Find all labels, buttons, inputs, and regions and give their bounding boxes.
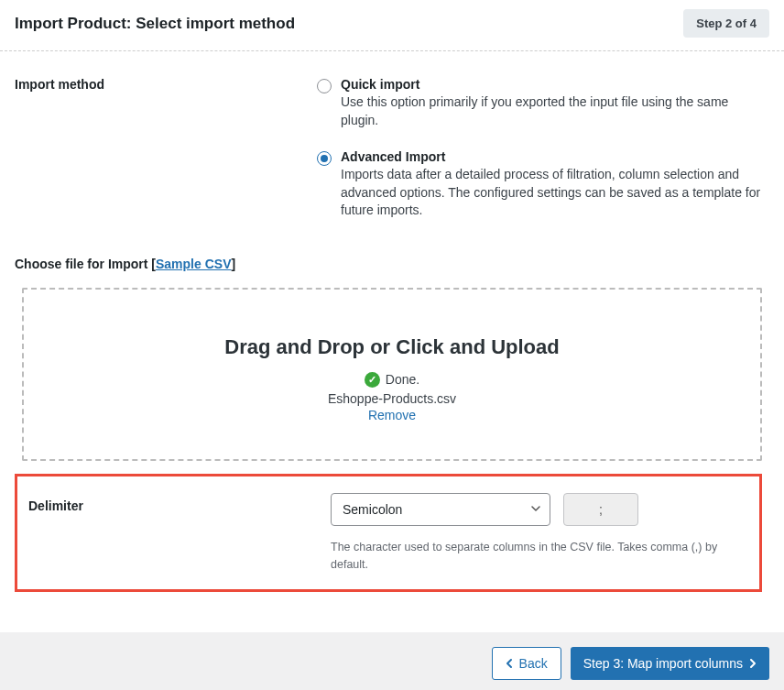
back-button-label: Back [519,656,548,671]
radio-icon [317,151,332,166]
back-button[interactable]: Back [492,647,561,680]
delimiter-help-text: The character used to separate columns i… [331,539,745,574]
sample-csv-link[interactable]: Sample CSV [156,257,231,271]
import-method-label: Import method [15,77,317,92]
delimiter-select-value: Semicolon [343,502,402,517]
delimiter-highlight-box: Delimiter Semicolon ; The ch [15,474,762,593]
next-step-button[interactable]: Step 3: Map import columns [571,647,769,680]
uploaded-filename: Eshoppe-Products.csv [42,391,742,406]
wizard-header: Import Product: Select import method Ste… [0,0,784,51]
upload-status: ✓ Done. [42,372,742,388]
radio-description: Use this option primarily if you exporte… [341,93,769,129]
next-button-label: Step 3: Map import columns [583,656,743,671]
delimiter-select[interactable]: Semicolon [331,493,550,526]
radio-title: Advanced Import [341,149,769,164]
radio-title: Quick import [341,77,769,92]
page-title: Import Product: Select import method [15,15,295,33]
radio-icon [317,79,332,93]
delimiter-char-display: ; [563,493,638,526]
check-circle-icon: ✓ [365,372,380,388]
chevron-left-icon [506,658,514,669]
remove-file-link[interactable]: Remove [42,408,742,422]
radio-advanced-import[interactable]: Advanced Import Imports data after a det… [317,149,769,220]
radio-description: Imports data after a detailed process of… [341,166,769,220]
step-indicator: Step 2 of 4 [683,9,769,38]
chevron-right-icon [748,658,757,669]
radio-quick-import[interactable]: Quick import Use this option primarily i… [317,77,769,129]
file-dropzone[interactable]: Drag and Drop or Click and Upload ✓ Done… [22,288,762,461]
choose-file-label: Choose file for Import [Sample CSV] [15,257,769,271]
wizard-footer: Back Step 3: Map import columns [0,632,784,690]
dropzone-title: Drag and Drop or Click and Upload [42,335,742,359]
delimiter-label: Delimiter [28,493,331,513]
done-text: Done. [386,372,419,387]
